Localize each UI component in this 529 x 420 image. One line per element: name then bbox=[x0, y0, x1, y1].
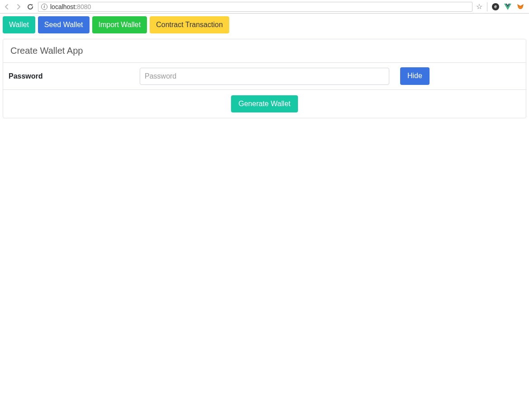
hide-button[interactable]: Hide bbox=[400, 67, 430, 84]
create-wallet-card: Create Wallet App Password Hide Generate… bbox=[3, 39, 526, 118]
browser-actions: ☆ e bbox=[476, 2, 526, 11]
card-footer: Generate Wallet bbox=[3, 90, 526, 118]
info-icon: i bbox=[41, 4, 47, 10]
divider bbox=[487, 2, 487, 11]
tab-seed-wallet[interactable]: Seed Wallet bbox=[38, 16, 90, 33]
url-bar[interactable]: i localhost:8080 bbox=[38, 2, 472, 12]
generate-wallet-button[interactable]: Generate Wallet bbox=[231, 95, 298, 112]
browser-toolbar: i localhost:8080 ☆ e bbox=[0, 0, 529, 14]
tab-wallet[interactable]: Wallet bbox=[3, 16, 35, 33]
tab-contract-transaction[interactable]: Contract Transaction bbox=[150, 16, 229, 33]
forward-button[interactable] bbox=[14, 3, 23, 11]
tab-import-wallet[interactable]: Import Wallet bbox=[92, 16, 147, 33]
url-text: localhost:8080 bbox=[50, 3, 91, 10]
password-input[interactable] bbox=[140, 68, 389, 85]
nav-tabs: Wallet Seed Wallet Import Wallet Contrac… bbox=[0, 14, 529, 36]
card-title: Create Wallet App bbox=[3, 39, 526, 63]
reload-button[interactable] bbox=[26, 3, 34, 11]
password-label: Password bbox=[9, 72, 140, 80]
password-row: Password Hide bbox=[3, 63, 526, 89]
metamask-icon[interactable] bbox=[516, 3, 524, 11]
extension-icon-1[interactable]: e bbox=[492, 3, 499, 10]
vue-devtools-icon[interactable] bbox=[504, 3, 512, 11]
back-button[interactable] bbox=[3, 3, 11, 11]
bookmark-star-icon[interactable]: ☆ bbox=[476, 2, 482, 11]
